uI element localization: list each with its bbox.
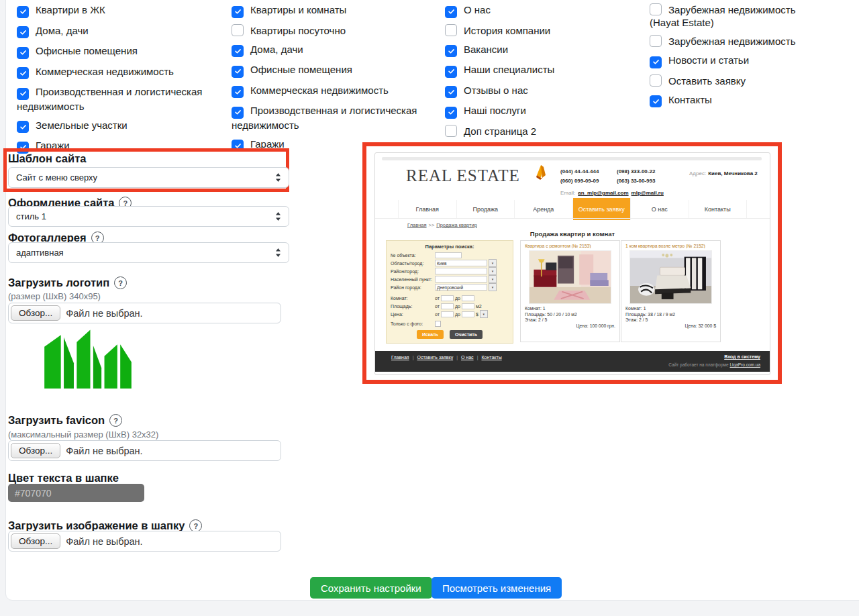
checkbox-item[interactable]: Отзывы о нас — [445, 84, 640, 99]
checkbox[interactable] — [17, 47, 29, 59]
email-link[interactable]: an_mlp@gmail.com — [578, 190, 628, 196]
checkbox-item[interactable]: Вакансии — [445, 43, 640, 58]
checkbox-item[interactable]: Зарубежная недвижимость (Hayat Estate) — [650, 3, 820, 29]
checkbox-item[interactable]: Коммерческая недвижимость — [17, 65, 218, 80]
preview-menu-item[interactable]: Контакты — [689, 200, 748, 218]
checkbox[interactable] — [650, 95, 662, 107]
checkbox-item[interactable]: Контакты — [650, 93, 820, 108]
view-changes-button[interactable]: Посмотреть изменения — [432, 577, 562, 599]
breadcrumb-link[interactable]: Главная — [407, 222, 427, 228]
breadcrumb-link[interactable]: Продажа квартир — [436, 222, 477, 228]
checkbox-item[interactable]: Новости и статьи — [650, 54, 820, 68]
checkbox[interactable] — [232, 107, 244, 119]
checkbox[interactable] — [17, 88, 29, 100]
preview-menu-item[interactable]: Оставить заявку — [573, 198, 631, 220]
header-image-file-input[interactable]: Обзор... Файл не выбран. — [8, 531, 281, 552]
header-text-color-swatch[interactable]: #707070 — [8, 484, 144, 502]
style-select[interactable]: стиль 1 — [8, 206, 289, 227]
checkbox[interactable] — [17, 26, 29, 38]
checkbox-item[interactable]: Зарубежная недвижимость — [650, 35, 820, 48]
dropdown-arrow-icon[interactable]: ▾ — [489, 259, 497, 267]
dropdown-arrow-icon[interactable]: ▾ — [480, 310, 488, 318]
dropdown-arrow-icon[interactable]: ▾ — [489, 283, 497, 291]
search-select[interactable] — [435, 276, 487, 283]
checkbox-item[interactable]: Оставить заявку — [650, 74, 820, 87]
checkbox-item[interactable]: Земельные участки — [17, 119, 218, 134]
checkbox-item[interactable]: Офисные помещения — [17, 44, 218, 59]
photo-only-checkbox[interactable] — [435, 321, 441, 327]
checkbox-item[interactable]: Дома, дачи — [17, 24, 218, 39]
listing-photo[interactable] — [629, 250, 712, 304]
search-select[interactable]: Днепровский — [435, 284, 487, 291]
checkbox[interactable] — [445, 45, 457, 57]
checkbox[interactable] — [650, 35, 662, 47]
listing-title-link[interactable]: Квартира с ремонтом (№ 2153) — [525, 244, 615, 248]
checkbox-item[interactable]: Коммерческая недвижимость — [232, 84, 433, 99]
dropdown-arrow-icon[interactable]: ▾ — [489, 267, 497, 275]
search-submit-button[interactable]: Искать — [417, 330, 444, 339]
logo-file-input[interactable]: Обзор... Файл не выбран. — [8, 303, 281, 323]
email-link[interactable]: mlp@mail.ru — [631, 190, 664, 196]
footer-login-link[interactable]: Вход в систему — [724, 354, 760, 359]
checkbox[interactable] — [445, 86, 457, 98]
checkbox[interactable] — [17, 121, 29, 133]
checkbox[interactable] — [445, 125, 457, 137]
range-from-input[interactable] — [441, 295, 454, 301]
footer-link[interactable]: Оставить заявку — [417, 355, 453, 360]
checkbox-item[interactable]: Квартиры посуточно — [232, 24, 433, 37]
checkbox-item[interactable]: Доп страница 2 — [445, 125, 640, 138]
checkbox[interactable] — [445, 107, 457, 119]
checkbox-item[interactable]: О нас — [445, 3, 640, 18]
checkbox-item[interactable]: Квартиры и комнаты — [232, 3, 433, 18]
search-select[interactable] — [435, 268, 487, 274]
preview-menu-item[interactable]: Продажа — [457, 200, 515, 218]
checkbox[interactable] — [232, 66, 244, 78]
checkbox[interactable] — [445, 6, 457, 18]
browse-button[interactable]: Обзор... — [11, 305, 60, 321]
checkbox[interactable] — [232, 86, 244, 98]
range-from-input[interactable] — [441, 311, 454, 317]
checkbox-item[interactable]: Дома, дачи — [232, 43, 433, 58]
checkbox-item[interactable]: История компании — [445, 24, 640, 37]
footer-link[interactable]: О нас — [461, 355, 474, 360]
checkbox[interactable] — [17, 67, 29, 79]
checkbox[interactable] — [445, 24, 457, 36]
listing-photo[interactable] — [529, 250, 611, 304]
checkbox[interactable] — [650, 74, 662, 87]
range-to-input[interactable] — [462, 295, 474, 301]
checkbox-item[interactable]: Офисные помещения — [232, 63, 433, 78]
range-to-input[interactable] — [462, 311, 474, 317]
checkbox[interactable] — [232, 6, 244, 18]
checkbox[interactable] — [232, 24, 244, 36]
checkbox[interactable] — [650, 3, 662, 15]
help-icon[interactable]: ? — [114, 276, 127, 289]
gallery-select[interactable]: адаптивная — [8, 242, 289, 263]
dropdown-arrow-icon[interactable]: ▾ — [489, 275, 497, 283]
checkbox[interactable] — [232, 45, 244, 57]
preview-menu-item[interactable]: Аренда — [515, 200, 573, 218]
object-number-input[interactable] — [435, 252, 462, 258]
footer-link[interactable]: Контакты — [481, 355, 501, 360]
listing-title-link[interactable]: 1 ком квартира возле метро (№ 2152) — [625, 244, 716, 248]
browse-button[interactable]: Обзор... — [11, 443, 60, 458]
template-select[interactable]: Сайт с меню сверху — [8, 167, 289, 188]
checkbox-item[interactable]: Наши специалисты — [445, 63, 640, 78]
favicon-file-input[interactable]: Обзор... Файл не выбран. — [8, 440, 281, 461]
browse-button[interactable]: Обзор... — [11, 533, 60, 549]
checkbox-item[interactable]: Производственная и логистическая недвижи… — [232, 104, 433, 132]
preview-menu-item[interactable]: О нас — [631, 200, 689, 218]
checkbox[interactable] — [17, 6, 29, 18]
search-select[interactable]: Киев — [435, 260, 487, 266]
checkbox-item[interactable]: Наші послуги — [445, 104, 640, 119]
checkbox[interactable] — [445, 66, 457, 78]
checkbox-item[interactable]: Производственная и логистическая недвижи… — [17, 85, 218, 113]
preview-menu-item[interactable]: Главная — [398, 200, 457, 218]
platform-link[interactable]: LigaPro.com.ua — [729, 362, 760, 367]
footer-link[interactable]: Главная — [391, 355, 409, 360]
checkbox-item[interactable]: Квартири в ЖК — [17, 3, 218, 18]
search-clear-button[interactable]: Очистить — [450, 330, 483, 339]
help-icon[interactable]: ? — [109, 414, 122, 427]
checkbox[interactable] — [650, 56, 662, 68]
range-to-input[interactable] — [462, 303, 474, 309]
range-from-input[interactable] — [441, 303, 454, 309]
